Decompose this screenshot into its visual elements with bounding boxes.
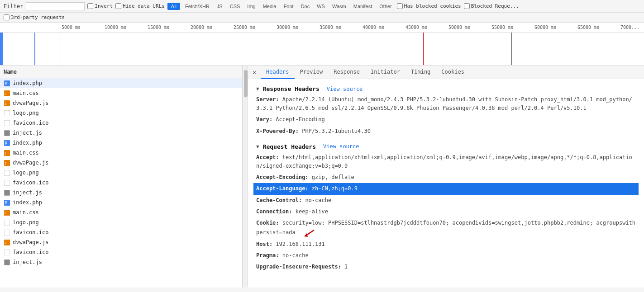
scroll-indicator[interactable] — [243, 66, 248, 287]
tl-11: 55000 ms — [491, 25, 534, 30]
type-js[interactable]: JS — [215, 3, 225, 10]
file-item[interactable]: JdvwaPage.js — [0, 237, 242, 247]
filter-input[interactable] — [26, 2, 85, 10]
tab-close-button[interactable]: × — [250, 68, 259, 77]
filter-bar: Filter Invert Hide data URLs All Fetch/X… — [0, 0, 644, 13]
file-item[interactable]: JdvwaPage.js — [0, 158, 242, 168]
file-item[interactable]: Pindex.php — [0, 198, 242, 207]
tl-14: 7000... — [620, 25, 644, 30]
svg-rect-22 — [4, 220, 10, 226]
type-ws[interactable]: WS — [315, 3, 327, 10]
file-name: favicon.ico — [13, 229, 48, 235]
file-name: index.php — [13, 199, 42, 206]
tl-1: 5000 ms — [62, 25, 105, 30]
file-item[interactable]: Cmain.css — [0, 148, 242, 158]
has-blocked-cookies-checkbox[interactable] — [397, 3, 403, 9]
tl-13: 65000 ms — [577, 25, 620, 30]
tab-cookies[interactable]: Cookies — [436, 66, 470, 79]
tl-6: 30000 ms — [277, 25, 320, 30]
type-media[interactable]: Media — [261, 3, 279, 10]
file-type-icon — [4, 110, 10, 116]
third-party-row: 3rd-party requests — [0, 13, 644, 23]
file-item[interactable]: Cmain.css — [0, 207, 242, 217]
hide-data-urls-checkbox[interactable] — [115, 3, 121, 9]
file-item[interactable]: JdvwaPage.js — [0, 98, 242, 108]
all-button[interactable]: All — [167, 3, 180, 10]
file-item[interactable]: favicon.ico — [0, 227, 242, 237]
invert-checkbox[interactable] — [87, 3, 93, 9]
file-item[interactable]: favicon.ico — [0, 118, 242, 128]
file-list-header: Name — [0, 66, 242, 78]
header-accept-language[interactable]: Accept-Language: zh-CN,zh;q=0.9 — [253, 183, 639, 194]
header-pragma: Pragma: no-cache — [253, 250, 639, 261]
file-item[interactable]: Pindex.php — [0, 78, 242, 88]
request-view-source[interactable]: View source — [323, 143, 359, 150]
type-css[interactable]: CSS — [228, 3, 243, 10]
type-doc[interactable]: Doc — [299, 3, 312, 10]
header-connection: Connection: keep-alive — [253, 206, 639, 217]
file-type-icon — [4, 170, 10, 176]
type-manifest[interactable]: Manifest — [351, 3, 375, 10]
hide-data-urls-label: Hide data URLs — [115, 3, 165, 9]
tab-preview[interactable]: Preview — [295, 66, 329, 79]
tl-10: 50000 ms — [448, 25, 491, 30]
file-list: Name Pindex.phpCmain.cssJdvwaPage.jslogo… — [0, 66, 243, 287]
svg-rect-7 — [4, 120, 10, 126]
file-name: dvwaPage.js — [13, 100, 48, 106]
file-item[interactable]: favicon.ico — [0, 247, 242, 257]
main-area: Name Pindex.phpCmain.cssJdvwaPage.jslogo… — [0, 66, 644, 287]
tab-headers[interactable]: Headers — [261, 66, 295, 79]
type-font[interactable]: Font — [281, 3, 296, 10]
file-item[interactable]: logo.png — [0, 168, 242, 178]
file-name: logo.png — [13, 170, 39, 176]
file-type-icon — [4, 249, 10, 255]
file-item[interactable]: inject.js — [0, 257, 242, 267]
tab-initiator[interactable]: Initiator — [365, 66, 405, 79]
svg-text:J: J — [5, 241, 6, 245]
svg-rect-8 — [4, 130, 10, 136]
svg-text:J: J — [5, 102, 6, 106]
file-item[interactable]: favicon.ico — [0, 178, 242, 188]
file-type-icon: C — [4, 90, 10, 96]
tab-response[interactable]: Response — [328, 66, 365, 79]
file-item[interactable]: Cmain.css — [0, 88, 242, 98]
third-party-checkbox[interactable] — [4, 14, 10, 20]
file-item[interactable]: inject.js — [0, 128, 242, 138]
response-view-source[interactable]: View source — [327, 86, 363, 92]
request-triangle-icon: ▼ — [256, 144, 259, 150]
svg-text:P: P — [5, 82, 7, 86]
type-fetch-xhr[interactable]: Fetch/XHR — [183, 3, 212, 10]
file-name: main.css — [13, 90, 39, 96]
file-type-icon — [4, 179, 10, 186]
file-name: main.css — [13, 209, 39, 216]
triangle-icon: ▼ — [256, 86, 259, 92]
header-server: Server: Apache/2.2.14 (Ubuntu) mod_mono/… — [253, 94, 639, 114]
file-name: inject.js — [13, 130, 42, 136]
tl-9: 45000 ms — [405, 25, 448, 30]
third-party-checkbox-label: 3rd-party requests — [4, 14, 640, 20]
blocked-requests-checkbox[interactable] — [464, 3, 470, 9]
tl-5: 25000 ms — [234, 25, 277, 30]
type-wasm[interactable]: Wasm — [330, 3, 348, 10]
file-item[interactable]: logo.png — [0, 217, 242, 227]
svg-rect-6 — [4, 110, 10, 116]
svg-text:P: P — [5, 141, 7, 146]
header-vary: Vary: Accept-Encoding — [253, 114, 639, 125]
header-host: Host: 192.168.111.131 — [253, 239, 639, 250]
header-cache-control: Cache-Control: no-cache — [253, 195, 639, 206]
file-type-icon — [4, 189, 10, 196]
timeline-highlight — [0, 33, 3, 65]
file-item[interactable]: Pindex.php — [0, 138, 242, 148]
type-other[interactable]: Other — [377, 3, 394, 10]
file-item[interactable]: inject.js — [0, 188, 242, 198]
file-type-icon: P — [4, 140, 10, 146]
tl-12: 60000 ms — [534, 25, 577, 30]
file-name: dvwaPage.js — [13, 239, 48, 245]
type-img[interactable]: Img — [245, 3, 258, 10]
blocked-requests-label: Blocked Reque... — [464, 3, 519, 9]
file-name: index.php — [13, 80, 42, 86]
file-type-icon: P — [4, 80, 10, 86]
headers-content: ▼ Response Headers View source Server: A… — [248, 79, 644, 287]
file-item[interactable]: logo.png — [0, 108, 242, 118]
tab-timing[interactable]: Timing — [405, 66, 436, 79]
